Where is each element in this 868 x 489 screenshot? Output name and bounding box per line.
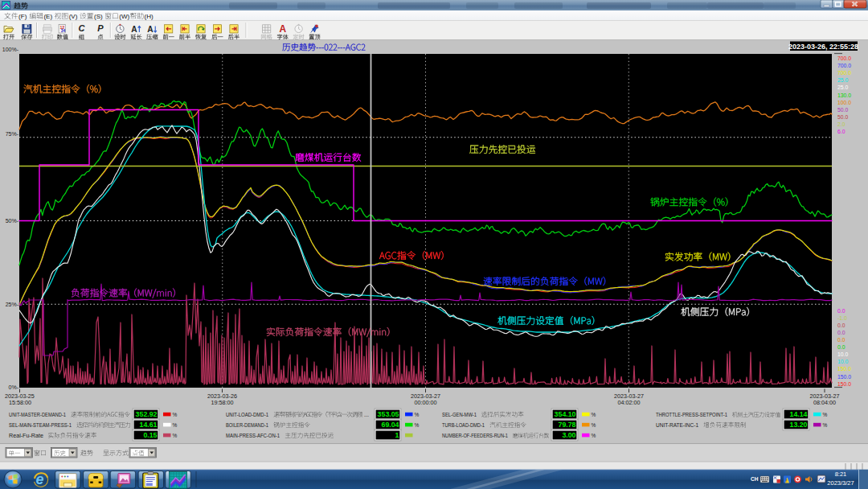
svg-text:(E): (E) [43, 13, 52, 20]
svg-text:%: % [415, 422, 420, 428]
svg-text:C: C [79, 23, 86, 33]
svg-text:TURB-LOAD-DMD-1: TURB-LOAD-DMD-1 [442, 422, 485, 428]
svg-text:75%-: 75%- [6, 131, 19, 137]
svg-text:1: 1 [395, 431, 399, 439]
svg-text:%: % [415, 412, 420, 417]
svg-text:50.0: 50.0 [837, 107, 848, 113]
svg-text:SEL-MAIN-STEAM-PRESS-1: SEL-MAIN-STEAM-PRESS-1 [9, 422, 72, 428]
svg-text:14.14: 14.14 [789, 410, 807, 418]
svg-text:700.0: 700.0 [837, 55, 851, 61]
svg-text:Real-Fu-Rate: Real-Fu-Rate [9, 433, 43, 438]
svg-text:10.0: 10.0 [837, 359, 848, 364]
svg-text:14.61: 14.61 [139, 421, 157, 429]
svg-text:%: % [823, 422, 828, 428]
svg-text:(H): (H) [145, 13, 154, 20]
svg-text:...: ... [364, 412, 369, 417]
svg-text:A: A [279, 23, 286, 35]
svg-text:%: % [173, 412, 178, 417]
svg-text:%: % [592, 422, 596, 428]
svg-text:(F): (F) [18, 13, 27, 20]
svg-text:69.04: 69.04 [381, 421, 399, 429]
svg-text:CH: CH [751, 476, 759, 482]
svg-text:UNIT-MASTER-DEMAND-1: UNIT-MASTER-DEMAND-1 [9, 412, 66, 417]
svg-text:130.0: 130.0 [837, 92, 851, 98]
svg-text:%: % [592, 433, 596, 438]
svg-text:00:00:00: 00:00:00 [415, 399, 437, 406]
svg-text:150.0: 150.0 [837, 374, 851, 380]
svg-text:0.0: 0.0 [837, 323, 845, 328]
svg-text:0.0: 0.0 [837, 308, 845, 314]
svg-text:3.00: 3.00 [562, 431, 575, 439]
svg-text:%: % [173, 422, 178, 428]
svg-text:25.0: 25.0 [837, 77, 848, 83]
svg-text:MAIN-PRESS-AFC-ON-1: MAIN-PRESS-AFC-ON-1 [226, 433, 280, 438]
svg-text:25%-: 25%- [6, 302, 19, 307]
svg-text:A: A [131, 25, 137, 34]
svg-text:15:58:00: 15:58:00 [9, 399, 31, 406]
svg-text:%: % [173, 433, 178, 438]
svg-text:19:58:00: 19:58:00 [211, 399, 234, 406]
svg-text:2.0: 2.0 [837, 121, 845, 127]
svg-text:THROTTLE-PRESS-SETPOINT-1: THROTTLE-PRESS-SETPOINT-1 [656, 412, 727, 417]
svg-text:UNIT-LOAD-DMD-1: UNIT-LOAD-DMD-1 [226, 412, 268, 417]
svg-text:34: 34 [61, 28, 66, 33]
svg-text:353.05: 353.05 [378, 410, 399, 418]
svg-text:700.0: 700.0 [837, 63, 851, 68]
svg-text:!: ! [786, 479, 787, 483]
svg-text:%: % [592, 412, 596, 417]
svg-text:150.0: 150.0 [837, 381, 851, 387]
svg-text:NUMBER-OF-FEEDERS-RUN-1: NUMBER-OF-FEEDERS-RUN-1 [442, 433, 508, 438]
svg-text:354.10: 354.10 [555, 410, 576, 418]
svg-text:0.0: 0.0 [837, 337, 845, 343]
svg-text:100.0: 100.0 [837, 100, 851, 105]
svg-text:(S): (S) [94, 13, 103, 20]
svg-text:%: % [823, 412, 828, 417]
svg-text:150.0: 150.0 [837, 366, 851, 372]
svg-text:0.15: 0.15 [143, 431, 157, 439]
svg-text:SEL-GEN-MW-1: SEL-GEN-MW-1 [442, 412, 477, 417]
svg-text:2023/3/27: 2023/3/27 [827, 479, 854, 487]
svg-text:0%-: 0%- [9, 384, 19, 390]
svg-text:(V): (V) [69, 13, 78, 20]
svg-text:BOILER-DEMAND-1: BOILER-DEMAND-1 [226, 422, 268, 428]
svg-text:P: P [97, 23, 104, 33]
svg-text:700.0: 700.0 [837, 70, 851, 76]
svg-text:08:04:00: 08:04:00 [813, 399, 836, 406]
svg-text:50%-: 50%- [6, 218, 19, 224]
svg-text:79.78: 79.78 [558, 421, 575, 429]
svg-text:0.0: 0.0 [837, 330, 845, 335]
svg-text:(W): (W) [119, 13, 129, 20]
svg-text:13.20: 13.20 [789, 421, 807, 429]
svg-text:6.0: 6.0 [837, 129, 845, 134]
svg-text:0.0: 0.0 [837, 344, 845, 350]
svg-text:2023-03-26, 22:55:28: 2023-03-26, 22:55:28 [788, 43, 858, 51]
svg-text:UNIT-RATE-INC-1: UNIT-RATE-INC-1 [656, 422, 698, 428]
svg-text:25.0: 25.0 [837, 84, 848, 90]
svg-text:100%-: 100%- [2, 47, 19, 52]
svg-text:8:21: 8:21 [835, 471, 847, 478]
svg-text:50.0: 50.0 [837, 114, 848, 120]
svg-text:352.92: 352.92 [136, 410, 158, 418]
svg-text:04:02:00: 04:02:00 [618, 399, 641, 406]
svg-text:10.0: 10.0 [837, 351, 848, 357]
svg-text:A: A [147, 25, 154, 34]
svg-text:-1.0: -1.0 [837, 315, 847, 321]
